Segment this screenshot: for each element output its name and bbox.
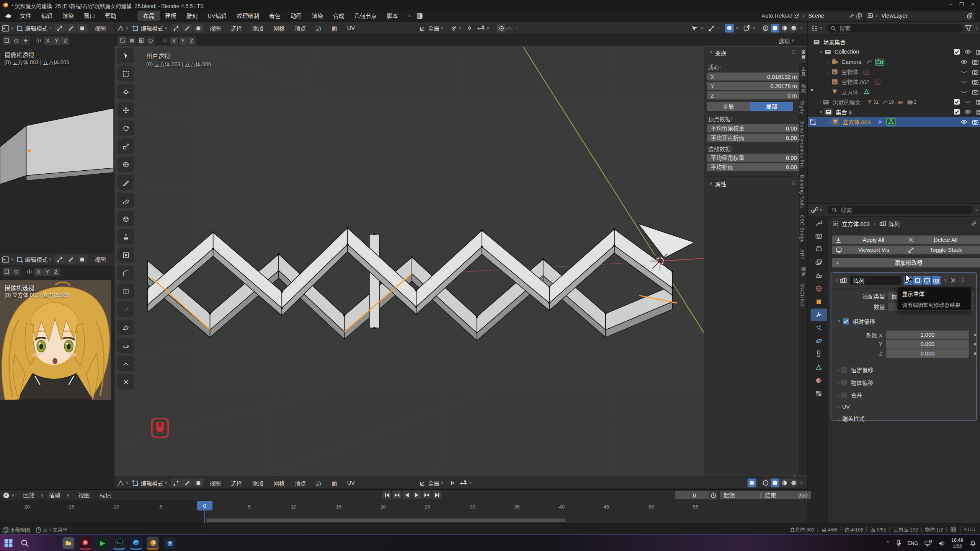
menu-uv[interactable]: UV [342, 25, 360, 31]
shading-wireframe-button[interactable] [761, 479, 770, 487]
camera-view-content[interactable]: 摄像机透视 (0) 立方体.003 | 立方体.006 [0, 46, 114, 253]
tab-texture[interactable] [811, 387, 827, 400]
copy-icon[interactable] [856, 13, 862, 18]
tab-view-layer[interactable] [811, 256, 827, 269]
tab-object-data[interactable] [811, 361, 827, 374]
checkbox-icon[interactable] [841, 379, 848, 386]
median-x-field[interactable]: X-0.016132 m [707, 72, 801, 80]
modifier-name-field[interactable]: 阵列 [850, 276, 902, 285]
face-select-button[interactable] [77, 24, 88, 33]
workspace-tab-sculpting[interactable]: 雕刻 [181, 11, 203, 20]
mean-crease-field[interactable]: 平均折痕0.00 [707, 163, 801, 171]
mirror-x-toggle[interactable]: X [44, 37, 52, 45]
outliner-search-input[interactable]: 搜索 [826, 24, 963, 33]
tool-rotate[interactable] [118, 121, 134, 135]
select-mode-icon[interactable] [146, 36, 155, 45]
proportional-edit-controls[interactable]: ∨ [497, 24, 518, 33]
shading-material-button[interactable] [780, 479, 789, 487]
pin-icon[interactable] [849, 13, 854, 18]
menu-uv[interactable]: UV [342, 480, 360, 486]
mirror-y-toggle[interactable]: Y [179, 37, 187, 45]
current-frame-field[interactable]: 0 [675, 491, 714, 499]
mirror-z-toggle[interactable]: Z [61, 37, 69, 45]
collection-toggles[interactable] [954, 47, 980, 56]
xray-toggle[interactable] [725, 24, 733, 33]
mirror-y-toggle[interactable]: Y [43, 268, 51, 276]
tab-tool[interactable] [811, 217, 827, 230]
tool-icon[interactable] [12, 36, 21, 45]
timeline-ruler-area[interactable]: -20 -15 -10 -5 5 10 15 20 25 30 35 40 45… [0, 500, 807, 524]
tab-material[interactable] [811, 374, 827, 387]
proportional-edit-icon[interactable] [497, 24, 506, 33]
mirror-z-toggle[interactable]: Z [52, 268, 60, 276]
editor-type-icon[interactable] [811, 24, 818, 31]
factor-y-field[interactable]: 0.000 [886, 340, 969, 349]
shading-solid-button[interactable] [771, 479, 779, 487]
shading-material-button[interactable] [780, 24, 789, 33]
edge-select-button[interactable] [182, 479, 193, 487]
editor-type-icon[interactable] [2, 24, 10, 31]
cube-003-toggles[interactable] [960, 117, 978, 126]
tray-expand-icon[interactable]: ⌃ [886, 540, 890, 546]
taskbar-app-notes[interactable] [164, 537, 176, 549]
tab-physics[interactable] [811, 335, 827, 347]
microphone-icon[interactable] [896, 540, 901, 547]
workspace-tab-texture-paint[interactable]: 纹理绘制 [232, 11, 264, 20]
vertex-select-button[interactable] [54, 255, 65, 264]
gizmos-icon[interactable] [708, 24, 716, 32]
menu-mesh[interactable]: 网格 [268, 479, 290, 487]
silent-witch-toggles[interactable] [954, 98, 980, 106]
start-frame-field[interactable]: 起始1 [720, 491, 766, 499]
camera-view-content[interactable]: 摄像机透视 (0) 立方体.003 | 立方体.006 [0, 277, 114, 489]
menu-select[interactable]: 选择 [226, 24, 247, 32]
edge-select-button[interactable] [182, 24, 193, 33]
checkbox-icon[interactable] [841, 391, 848, 398]
mirror-z-toggle[interactable]: Z [188, 37, 196, 45]
menu-vertex[interactable]: 顶点 [289, 479, 311, 487]
properties-search-input[interactable]: 搜索 [828, 205, 972, 214]
breadcrumb-object[interactable]: 立方体.003 [842, 220, 870, 228]
apply-all-button[interactable]: Apply All [832, 236, 909, 245]
tool-inset[interactable] [118, 248, 134, 262]
render-toggle[interactable] [932, 276, 941, 285]
mirror-y-toggle[interactable]: Y [52, 37, 60, 45]
workspace-tab-layout[interactable]: 布局 [137, 10, 160, 21]
face-select-button[interactable] [193, 479, 204, 487]
vertex-select-button[interactable] [171, 24, 181, 33]
vertex-select-button[interactable] [171, 479, 181, 487]
minimize-button[interactable]: ─ [949, 2, 952, 8]
empty-002-toggles[interactable] [960, 77, 978, 86]
taskbar-app-media[interactable] [96, 537, 108, 549]
workspace-layout-icon[interactable] [416, 12, 423, 19]
mode-selector[interactable]: 编辑模式 [25, 24, 48, 32]
tab-object[interactable] [811, 295, 827, 308]
select-mode-icon[interactable] [127, 36, 136, 45]
menu-view[interactable]: 视图 [74, 491, 95, 499]
workspace-tab-animation[interactable]: 动画 [286, 11, 307, 20]
tool-icon[interactable] [21, 36, 30, 45]
copy-icon[interactable] [967, 13, 973, 18]
tab-world[interactable] [811, 282, 827, 295]
speaker-icon[interactable] [938, 540, 945, 546]
menu-vertex[interactable]: 顶点 [289, 24, 311, 32]
workspace-tab-modeling[interactable]: 建模 [160, 11, 181, 20]
viewlayer-selector[interactable]: ∨ ViewLayer [865, 11, 975, 20]
relative-offset-header[interactable]: ∨ 相对偏移 [836, 317, 875, 326]
checkbox-icon[interactable] [841, 367, 848, 373]
editor-type-icon[interactable] [2, 256, 10, 263]
outliner-row-empty-002[interactable]: › 空物体.002 [827, 77, 880, 86]
workspace-tab-scripting[interactable]: 脚本 [382, 11, 403, 20]
tab-modifiers[interactable] [811, 309, 827, 321]
breadcrumb-modifier[interactable]: 阵列 [889, 220, 900, 228]
blender-menu-icon[interactable] [4, 12, 13, 20]
tool-add-cube[interactable] [118, 211, 134, 226]
tab-view[interactable]: 视图 [799, 81, 806, 98]
tab-bone-dynamics-pro[interactable]: Bone Dynamics Pro [799, 118, 805, 171]
vertex-select-button[interactable] [54, 24, 65, 33]
overlays-icon[interactable] [743, 24, 751, 32]
transform-panel-header[interactable]: ∨变换 ⠿ [704, 47, 800, 58]
tab-machin3[interactable]: MACHIN3 [799, 280, 805, 311]
tool-bevel[interactable] [118, 266, 134, 280]
tool-tweak[interactable] [118, 48, 134, 63]
tab-particles[interactable] [811, 322, 827, 334]
